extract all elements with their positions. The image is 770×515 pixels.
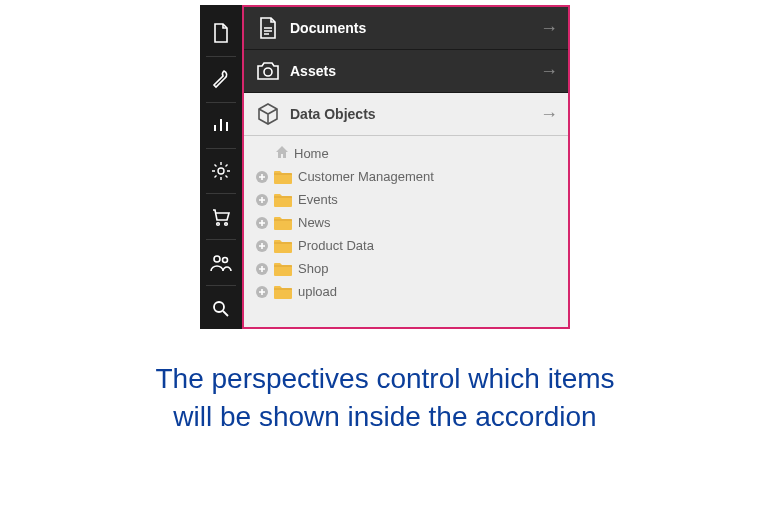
plus-circle-icon[interactable]	[254, 238, 270, 254]
divider	[206, 102, 236, 103]
tree-item[interactable]: Shop	[254, 257, 558, 280]
divider	[206, 148, 236, 149]
accordion-header-assets[interactable]: Assets →	[244, 50, 568, 93]
app-screenshot: Documents → Assets → Data Objects → Ho	[200, 5, 570, 329]
bar-chart-icon	[212, 116, 230, 134]
caption-line2: will be shown inside the accordion	[173, 401, 596, 432]
caption: The perspectives control which items wil…	[0, 360, 770, 436]
folder-icon	[274, 285, 292, 299]
divider	[206, 239, 236, 240]
divider	[206, 56, 236, 57]
svg-point-5	[214, 302, 224, 312]
arrow-right-icon: →	[540, 19, 558, 37]
sidebar-item-shop[interactable]	[200, 196, 242, 237]
search-icon	[212, 300, 230, 318]
arrow-right-icon: →	[540, 62, 558, 80]
tree-item[interactable]: Product Data	[254, 234, 558, 257]
sidebar-item-users[interactable]	[200, 242, 242, 283]
plus-circle-icon[interactable]	[254, 215, 270, 231]
cart-icon	[211, 207, 231, 227]
plus-circle-icon[interactable]	[254, 192, 270, 208]
sidebar	[200, 5, 242, 329]
tree-label: Customer Management	[298, 169, 434, 184]
tree-label: Shop	[298, 261, 328, 276]
divider	[206, 285, 236, 286]
users-icon	[210, 254, 232, 272]
sidebar-item-search[interactable]	[200, 288, 242, 329]
tree-label: upload	[298, 284, 337, 299]
folder-icon	[274, 216, 292, 230]
cube-icon	[256, 102, 280, 126]
tree-item[interactable]: News	[254, 211, 558, 234]
accordion-label: Documents	[290, 20, 366, 36]
tree-label: Product Data	[298, 238, 374, 253]
tree-item[interactable]: Events	[254, 188, 558, 211]
sidebar-item-settings[interactable]	[200, 151, 242, 192]
sidebar-item-file[interactable]	[200, 13, 242, 54]
home-icon	[274, 145, 290, 162]
camera-icon	[256, 59, 280, 83]
caption-line1: The perspectives control which items	[155, 363, 614, 394]
accordion-header-documents[interactable]: Documents →	[244, 7, 568, 50]
tree-root[interactable]: Home	[254, 142, 558, 165]
tree-label: News	[298, 215, 331, 230]
document-icon	[256, 16, 280, 40]
spacer	[254, 146, 270, 162]
wrench-icon	[211, 69, 231, 89]
svg-point-4	[223, 257, 228, 262]
folder-icon	[274, 170, 292, 184]
svg-point-0	[218, 168, 224, 174]
folder-icon	[274, 239, 292, 253]
accordion-header-data-objects[interactable]: Data Objects →	[244, 93, 568, 136]
tree-item[interactable]: upload	[254, 280, 558, 303]
tree-item[interactable]: Customer Management	[254, 165, 558, 188]
tree-label: Events	[298, 192, 338, 207]
plus-circle-icon[interactable]	[254, 169, 270, 185]
svg-point-1	[217, 223, 220, 226]
accordion-label: Data Objects	[290, 106, 376, 122]
plus-circle-icon[interactable]	[254, 261, 270, 277]
arrow-right-icon: →	[540, 105, 558, 123]
folder-icon	[274, 193, 292, 207]
tree: Home Customer ManagementEventsNewsProduc…	[244, 136, 568, 327]
svg-point-6	[264, 68, 272, 76]
svg-point-3	[214, 256, 220, 262]
accordion-panel: Documents → Assets → Data Objects → Ho	[242, 5, 570, 329]
tree-label: Home	[294, 146, 329, 161]
accordion-label: Assets	[290, 63, 336, 79]
svg-point-2	[225, 223, 228, 226]
divider	[206, 193, 236, 194]
folder-icon	[274, 262, 292, 276]
gear-icon	[211, 161, 231, 181]
sidebar-item-tools[interactable]	[200, 59, 242, 100]
plus-circle-icon[interactable]	[254, 284, 270, 300]
sidebar-item-reports[interactable]	[200, 105, 242, 146]
file-icon	[212, 23, 230, 43]
